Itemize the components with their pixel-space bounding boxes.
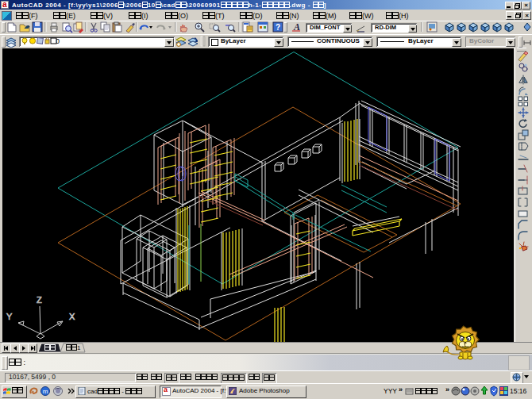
svg-text:Z: Z xyxy=(37,295,42,305)
svg-text:X: X xyxy=(69,312,75,321)
svg-text:Y: Y xyxy=(6,312,13,321)
svg-text:m: m xyxy=(43,388,48,395)
svg-text:?: ? xyxy=(276,23,280,32)
